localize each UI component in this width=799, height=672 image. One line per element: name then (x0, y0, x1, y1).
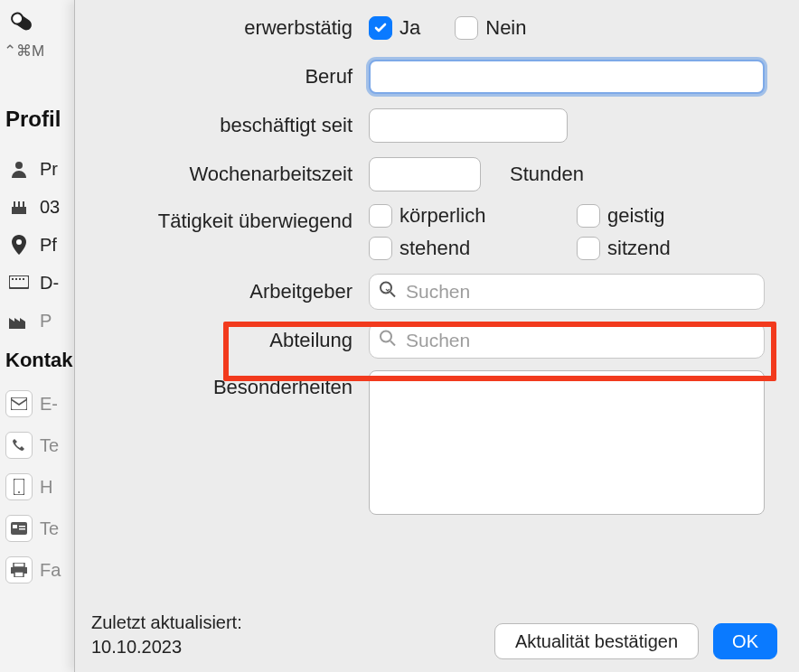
profession-input[interactable] (369, 60, 765, 94)
factory-icon (5, 307, 33, 334)
label-employer: Arbeitgeber (98, 280, 369, 303)
cake-icon (5, 193, 33, 220)
label-profession: Beruf (98, 65, 369, 89)
activity-standing-option[interactable]: stehend (369, 237, 577, 260)
svg-point-15 (18, 491, 20, 493)
pill-icon (5, 5, 38, 38)
checkbox-standing[interactable] (369, 237, 392, 260)
sidebar-row-fax[interactable]: Fa (5, 556, 61, 583)
row-activity: Tätigkeit überwiegend körperlich geistig… (98, 204, 776, 260)
sidebar-row-person[interactable]: Pr (5, 155, 58, 182)
svg-rect-17 (13, 525, 17, 528)
svg-rect-12 (23, 278, 24, 280)
row-profession: Beruf (98, 58, 776, 96)
hours-unit-label: Stunden (510, 163, 584, 186)
sidebar-label: E- (40, 394, 58, 415)
svg-rect-11 (19, 278, 21, 280)
svg-rect-10 (15, 278, 17, 280)
weekly-hours-input[interactable] (369, 157, 481, 191)
employer-search-input[interactable] (406, 281, 764, 303)
svg-rect-20 (14, 563, 24, 567)
employed-no-option[interactable]: Nein (455, 16, 542, 40)
activity-mental-option[interactable]: geistig (577, 204, 766, 228)
sidebar-row-email[interactable]: E- (5, 390, 58, 417)
sidebar-row-card[interactable]: Te (5, 515, 59, 542)
keyboard-icon (5, 269, 33, 296)
sidebar-label: Te (40, 518, 59, 539)
confirm-currency-button[interactable]: Aktualität bestätigen (494, 623, 699, 659)
checkbox-physical[interactable] (369, 204, 392, 228)
last-updated: Zuletzt aktualisiert: 10.10.2023 (91, 611, 242, 659)
svg-rect-18 (19, 526, 25, 527)
svg-rect-4 (14, 201, 15, 207)
sidebar-row-mobile[interactable]: H (5, 473, 52, 500)
svg-rect-22 (14, 572, 24, 577)
sidebar-label: Te (40, 435, 59, 456)
sidebar-row-location[interactable]: Pf (5, 231, 57, 258)
department-search-input[interactable] (406, 330, 764, 351)
employed-no-label: Nein (485, 16, 526, 40)
department-search[interactable] (369, 322, 765, 359)
row-notes: Besonderheiten (98, 370, 776, 515)
activity-sitting-label: sitzend (607, 237, 671, 260)
svg-point-23 (381, 283, 391, 294)
ok-button[interactable]: OK (713, 623, 777, 659)
sidebar-row-date[interactable]: 03 (5, 193, 60, 220)
phone-icon (5, 432, 33, 459)
section-profile-title: Profil (5, 107, 61, 132)
search-icon (379, 281, 397, 303)
label-weekly-hours: Wochenarbeitszeit (98, 163, 369, 186)
search-icon (379, 330, 397, 352)
label-employed: erwerbstätig (98, 16, 369, 40)
svg-rect-6 (23, 201, 24, 207)
row-department: Abteilung (98, 322, 776, 359)
printer-icon (5, 556, 33, 583)
row-employed-since: beschäftigt seit (98, 107, 776, 145)
sidebar-label: H (40, 477, 52, 498)
employment-dialog: erwerbstätig Ja Nein Beruf (74, 0, 799, 672)
employed-yes-option[interactable]: Ja (369, 16, 437, 40)
sidebar-label: Fa (40, 560, 61, 581)
activity-sitting-option[interactable]: sitzend (577, 237, 766, 260)
sidebar-label: 03 (40, 197, 60, 218)
label-employed-since: beschäftigt seit (98, 114, 369, 137)
svg-point-25 (381, 331, 391, 342)
activity-mental-label: geistig (607, 204, 665, 228)
svg-rect-3 (12, 207, 26, 214)
employed-since-input[interactable] (369, 108, 568, 143)
person-icon (5, 155, 33, 182)
svg-rect-13 (11, 397, 27, 410)
svg-line-24 (390, 293, 395, 297)
activity-physical-label: körperlich (400, 204, 485, 228)
row-weekly-hours: Wochenarbeitszeit Stunden (98, 155, 776, 193)
sidebar-label: Pr (40, 159, 58, 180)
notes-textarea[interactable] (369, 370, 765, 515)
dialog-footer: Zuletzt aktualisiert: 10.10.2023 Aktuali… (91, 611, 777, 659)
svg-point-2 (15, 162, 23, 169)
label-department: Abteilung (98, 329, 369, 352)
checkbox-mental[interactable] (577, 204, 600, 228)
activity-physical-option[interactable]: körperlich (369, 204, 577, 228)
checkbox-employed-yes[interactable] (369, 16, 392, 40)
pin-icon (5, 231, 33, 258)
sidebar-row-phone[interactable]: Te (5, 432, 59, 459)
checkbox-employed-no[interactable] (455, 16, 478, 40)
card-icon (5, 515, 33, 542)
section-contact-title: Kontak (5, 349, 73, 372)
label-activity: Tätigkeit überwiegend (98, 204, 369, 233)
employed-yes-label: Ja (400, 16, 420, 40)
last-updated-label: Zuletzt aktualisiert: (91, 612, 242, 632)
svg-line-26 (390, 341, 395, 346)
sidebar-row-keyboard[interactable]: D- (5, 269, 59, 296)
employer-search[interactable] (369, 274, 765, 310)
sidebar-row-factory[interactable]: P (5, 307, 52, 334)
sidebar-label: Pf (40, 235, 57, 256)
label-notes: Besonderheiten (98, 370, 369, 399)
svg-point-7 (16, 239, 22, 245)
sidebar-label: P (40, 311, 52, 331)
last-updated-date: 10.10.2023 (91, 637, 182, 657)
activity-standing-label: stehend (400, 237, 470, 260)
svg-rect-5 (18, 201, 20, 207)
sidebar-label: D- (40, 273, 59, 294)
checkbox-sitting[interactable] (577, 237, 600, 260)
